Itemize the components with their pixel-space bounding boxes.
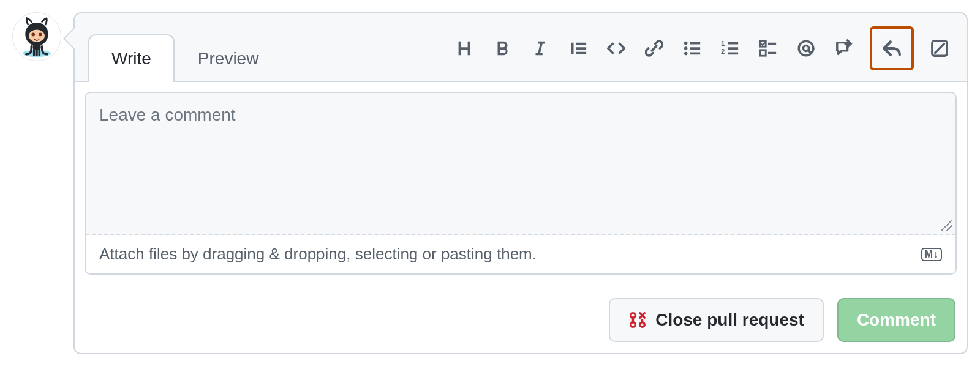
italic-icon — [531, 39, 549, 58]
reply-button[interactable] — [870, 26, 914, 70]
italic-button[interactable] — [528, 36, 552, 61]
comment-input[interactable] — [86, 93, 956, 231]
git-pull-request-closed-icon — [628, 311, 647, 329]
tabnav: Write Preview — [75, 13, 967, 82]
svg-text:2: 2 — [721, 48, 725, 55]
svg-point-15 — [631, 322, 636, 327]
bold-icon — [493, 39, 511, 58]
svg-point-14 — [631, 313, 636, 318]
tab-write[interactable]: Write — [88, 34, 175, 82]
svg-point-5 — [684, 46, 688, 50]
suggestion-button[interactable] — [927, 36, 952, 61]
comment-button-label: Comment — [857, 310, 936, 330]
comment-composer: Write Preview — [74, 12, 968, 354]
bulleted-list-icon — [683, 39, 701, 58]
suggestion-icon — [930, 39, 949, 58]
heading-icon — [455, 39, 473, 58]
tab-preview[interactable]: Preview — [175, 34, 282, 82]
editor-container: Attach files by dragging & dropping, sel… — [85, 92, 957, 275]
mention-icon — [797, 39, 815, 58]
heading-button[interactable] — [452, 36, 477, 61]
avatar — [12, 12, 61, 61]
svg-point-11 — [799, 41, 813, 56]
attach-hint-row[interactable]: Attach files by dragging & dropping, sel… — [86, 235, 956, 273]
numbered-list-icon: 12 — [721, 39, 739, 58]
action-buttons: Close pull request Comment — [75, 285, 967, 353]
markdown-badge[interactable]: M↓ — [921, 248, 942, 261]
comment-button[interactable]: Comment — [837, 298, 956, 342]
svg-point-3 — [39, 33, 42, 37]
link-icon — [645, 39, 663, 58]
mention-button[interactable] — [794, 36, 818, 61]
numbered-list-button[interactable]: 12 — [718, 36, 742, 61]
cross-reference-icon — [835, 39, 853, 58]
attach-hint-text: Attach files by dragging & dropping, sel… — [99, 245, 537, 264]
quote-icon — [569, 39, 587, 58]
svg-point-2 — [31, 33, 35, 37]
cross-reference-button[interactable] — [832, 36, 856, 61]
svg-point-16 — [640, 322, 645, 327]
svg-point-6 — [684, 52, 688, 56]
code-button[interactable] — [604, 36, 628, 61]
svg-rect-10 — [760, 50, 766, 56]
close-pull-request-label: Close pull request — [655, 310, 804, 330]
quote-button[interactable] — [566, 36, 590, 61]
bulleted-list-button[interactable] — [680, 36, 704, 61]
task-list-button[interactable] — [756, 36, 780, 61]
octocat-icon — [15, 15, 59, 59]
task-list-icon — [759, 39, 777, 58]
reply-icon — [881, 38, 902, 59]
close-pull-request-button[interactable]: Close pull request — [609, 298, 824, 342]
code-icon — [607, 39, 625, 58]
svg-point-4 — [684, 42, 688, 45]
formatting-toolbar: 12 — [452, 26, 956, 76]
bold-button[interactable] — [490, 36, 514, 61]
link-button[interactable] — [642, 36, 666, 61]
svg-text:1: 1 — [721, 40, 725, 47]
